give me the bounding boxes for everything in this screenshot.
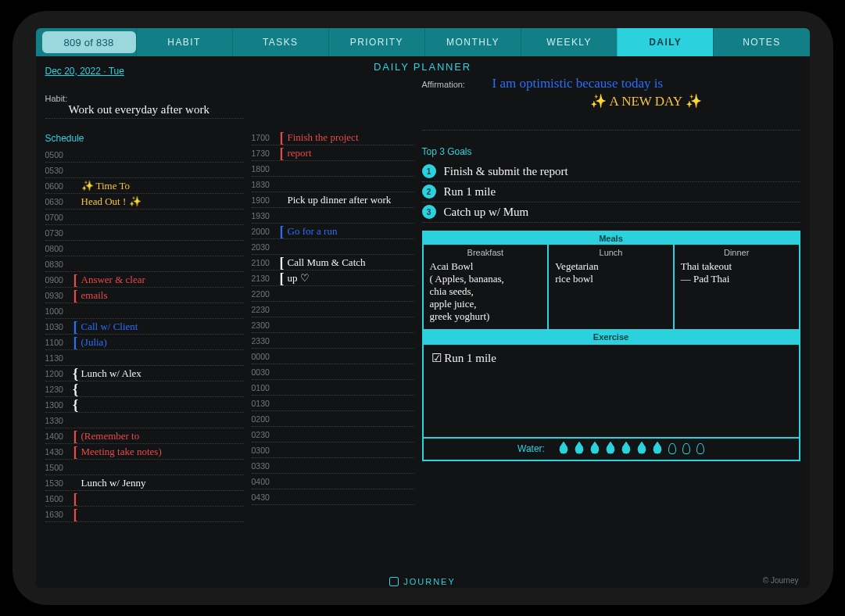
schedule-row[interactable]: 1700[Finish the project bbox=[252, 130, 414, 145]
schedule-row[interactable]: 0700 bbox=[45, 210, 244, 225]
schedule-row[interactable]: 0200 bbox=[252, 411, 414, 427]
meal-breakfast-text: Acai Bowl ( Apples, bananas, chia seeds,… bbox=[430, 260, 542, 323]
tab-notes[interactable]: NOTES bbox=[713, 28, 809, 56]
schedule-row[interactable]: 1330 bbox=[45, 413, 244, 428]
bracket-icon: [ bbox=[72, 290, 80, 301]
tab-daily[interactable]: DAILY bbox=[617, 28, 713, 56]
water-drop-icon[interactable] bbox=[637, 442, 646, 454]
water-drop-icon[interactable] bbox=[668, 443, 676, 454]
bracket-icon: [ bbox=[72, 274, 80, 285]
affirmation-line2: ✨ A NEW DAY ✨ bbox=[492, 93, 800, 109]
column-mid: 1700[Finish the project1730[report180018… bbox=[252, 61, 414, 586]
schedule-row[interactable]: 0930[emails bbox=[45, 288, 244, 303]
schedule-row[interactable]: 0330 bbox=[252, 458, 414, 474]
schedule-row[interactable]: 0400 bbox=[252, 474, 414, 489]
schedule-time: 1800 bbox=[252, 164, 278, 174]
water-drop-icon[interactable] bbox=[696, 443, 704, 454]
schedule-label: Schedule bbox=[45, 133, 244, 144]
schedule-row[interactable]: 0630 Head Out ! ✨ bbox=[45, 194, 244, 210]
schedule-row[interactable]: 1530Lunch w/ Jenny bbox=[45, 475, 244, 491]
schedule-row[interactable]: 1630[ bbox=[45, 507, 244, 522]
schedule-row[interactable]: 0730 bbox=[45, 225, 244, 241]
footer-brand: JOURNEY bbox=[36, 577, 810, 586]
schedule-row[interactable]: 1000 bbox=[45, 303, 244, 319]
tab-priority[interactable]: PRIORITY bbox=[328, 28, 424, 56]
water-drop-icon[interactable] bbox=[606, 442, 615, 454]
schedule-row[interactable]: 2330 bbox=[252, 333, 414, 349]
schedule-row[interactable]: 1800 bbox=[252, 161, 414, 177]
schedule-row[interactable]: 0000 bbox=[252, 349, 414, 364]
schedule-row[interactable]: 1430[Meeting take notes) bbox=[45, 444, 244, 460]
schedule-row[interactable]: 1600[ bbox=[45, 491, 244, 507]
meal-breakfast[interactable]: Breakfast Acai Bowl ( Apples, bananas, c… bbox=[424, 245, 550, 329]
schedule-time: 0700 bbox=[45, 213, 72, 222]
schedule-row[interactable]: 2000[Go for a run bbox=[252, 224, 414, 239]
schedule-row[interactable]: 0030 bbox=[252, 364, 414, 380]
schedule-row[interactable]: 1230{ bbox=[45, 381, 244, 397]
schedule-entry: Call w/ Client bbox=[80, 321, 244, 331]
schedule-row[interactable]: 1100[(Julia) bbox=[45, 335, 244, 350]
schedule-row[interactable]: 2100[Call Mum & Catch bbox=[252, 255, 414, 270]
water-drop-icon[interactable] bbox=[682, 443, 690, 454]
tab-tasks[interactable]: TASKS bbox=[232, 28, 328, 56]
schedule-row[interactable]: 1730[report bbox=[252, 145, 414, 161]
meal-lunch[interactable]: Lunch Vegetarian rice bowl bbox=[549, 245, 675, 329]
meal-lunch-text: Vegetarian rice bowl bbox=[555, 260, 667, 285]
water-drop-icon[interactable] bbox=[621, 442, 631, 454]
schedule-row[interactable]: 1930 bbox=[252, 208, 414, 224]
schedule-entry: (Remember to bbox=[80, 431, 244, 441]
schedule-entry: emails bbox=[80, 290, 244, 300]
meal-dinner[interactable]: Dinner Thai takeout — Pad Thai bbox=[675, 245, 799, 329]
affirmation-section: Affirmation: I am optimistic because tod… bbox=[422, 77, 800, 110]
schedule-row[interactable]: 1030[Call w/ Client bbox=[45, 319, 244, 335]
schedule-row[interactable]: 2230 bbox=[252, 302, 414, 317]
schedule-row[interactable]: 1200{Lunch w/ Alex bbox=[45, 366, 244, 381]
schedule-row[interactable]: 0530 bbox=[45, 163, 244, 178]
schedule-row[interactable]: 1900Pick up dinner after work bbox=[252, 192, 414, 208]
schedule-row[interactable]: 0900[Answer & clear bbox=[45, 272, 244, 288]
schedule-row[interactable]: 2200 bbox=[252, 286, 414, 302]
schedule-row[interactable]: 0500 bbox=[45, 147, 244, 163]
schedule-row[interactable]: 0800 bbox=[45, 241, 244, 256]
schedule-row[interactable]: 0830 bbox=[45, 256, 244, 272]
goal-row[interactable]: 3Catch up w/ Mum bbox=[422, 202, 800, 223]
schedule-list-left: 050005300600✨ Time To0630 Head Out ! ✨07… bbox=[45, 147, 244, 522]
schedule-row[interactable]: 1300{ bbox=[45, 397, 244, 413]
tab-habit[interactable]: HABIT bbox=[136, 28, 232, 56]
schedule-time: 1400 bbox=[45, 432, 72, 441]
schedule-time: 1530 bbox=[45, 478, 72, 488]
water-drop-icon[interactable] bbox=[575, 442, 584, 454]
schedule-row[interactable]: 0230 bbox=[252, 427, 414, 442]
schedule-row[interactable]: 0300 bbox=[252, 442, 414, 458]
bracket-icon: { bbox=[72, 384, 80, 395]
water-drop-icon[interactable] bbox=[559, 442, 568, 454]
date-link[interactable]: Dec 20, 2022 · Tue bbox=[45, 66, 124, 77]
schedule-row[interactable]: 1400[(Remember to bbox=[45, 428, 244, 444]
schedule-entry: Head Out ! ✨ bbox=[80, 196, 244, 206]
water-drop-icon[interactable] bbox=[653, 442, 662, 454]
schedule-time: 0200 bbox=[252, 414, 278, 424]
habit-field[interactable]: Work out everyday after work bbox=[45, 103, 244, 119]
schedule-time: 1030 bbox=[45, 322, 72, 331]
exercise-field[interactable]: ☑ Run 1 mile bbox=[424, 343, 799, 437]
schedule-row[interactable]: 1130 bbox=[45, 350, 244, 366]
schedule-row[interactable]: 0130 bbox=[252, 396, 414, 411]
goal-row[interactable]: 2Run 1 mile bbox=[422, 182, 800, 202]
goal-row[interactable]: 1Finish & submit the report bbox=[422, 162, 800, 182]
schedule-row[interactable]: 0600✨ Time To bbox=[45, 178, 244, 194]
schedule-entry: Pick up dinner after work bbox=[286, 195, 414, 205]
schedule-row[interactable]: 2030 bbox=[252, 239, 414, 255]
tab-weekly[interactable]: WEEKLY bbox=[521, 28, 617, 56]
schedule-row[interactable]: 2130[up ♡ bbox=[252, 270, 414, 286]
goal-number-badge: 1 bbox=[422, 164, 436, 178]
schedule-row[interactable]: 0100 bbox=[252, 380, 414, 396]
tab-monthly[interactable]: MONTHLY bbox=[424, 28, 521, 56]
schedule-row[interactable]: 1830 bbox=[252, 177, 414, 192]
affirmation-text[interactable]: I am optimistic because today is ✨ A NEW… bbox=[492, 75, 800, 110]
schedule-row[interactable]: 1500 bbox=[45, 460, 244, 475]
bracket-icon: [ bbox=[72, 337, 80, 348]
schedule-row[interactable]: 2300 bbox=[252, 317, 414, 333]
schedule-entry: Finish the project bbox=[286, 132, 414, 142]
schedule-row[interactable]: 0430 bbox=[252, 489, 414, 505]
water-drop-icon[interactable] bbox=[590, 442, 600, 454]
